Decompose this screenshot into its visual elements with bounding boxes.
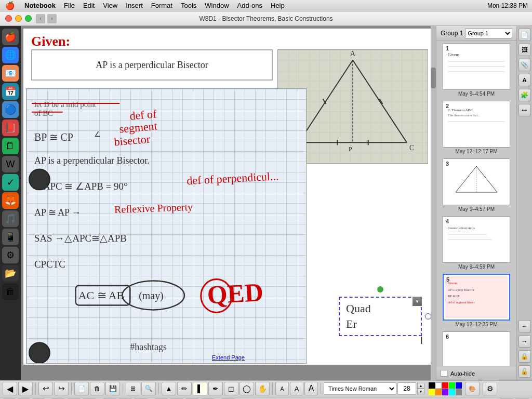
nav-next-btn[interactable]: ▶ [18, 382, 33, 395]
dock-icon-7[interactable]: 🗒 [2, 138, 19, 154]
color-cyan[interactable] [449, 389, 455, 395]
page-thumb-4[interactable]: 4 Construction steps May 9–4:59 PM [439, 216, 514, 270]
color-white[interactable] [435, 382, 442, 389]
nav-forward[interactable]: › [47, 14, 57, 23]
hand-btn[interactable]: ✋ [255, 382, 270, 395]
rtool-lock[interactable]: 🔒 [518, 350, 531, 363]
page-thumb-6[interactable]: 6 [439, 331, 514, 366]
dock-icon-8[interactable]: W [2, 156, 19, 172]
undo-btn[interactable]: ↩ [38, 382, 53, 395]
menu-addons[interactable]: Add-ons [233, 1, 267, 10]
eraser-btn[interactable]: ◻ [224, 382, 238, 395]
rtool-puzzle[interactable]: 🧩 [518, 89, 531, 101]
dock-icon-5[interactable]: 🔵 [2, 101, 19, 118]
menu-tools[interactable]: Tools [177, 1, 201, 10]
dock-icon-11[interactable]: 🎵 [2, 210, 19, 227]
apple-menu[interactable]: 🍎 [0, 1, 20, 10]
menu-insert[interactable]: Insert [122, 1, 147, 10]
dock-icon-4[interactable]: 📅 [2, 83, 19, 100]
minimize-button[interactable] [15, 15, 22, 22]
rtool-page[interactable]: 📄 [518, 29, 531, 41]
dock-icon-1[interactable]: 🍎 [2, 29, 19, 45]
color-more-btn[interactable]: 🎨 [465, 382, 480, 395]
color-orange[interactable] [435, 389, 442, 395]
page-thumb-img-1[interactable]: 1 Given: [443, 43, 510, 90]
color-yellow[interactable] [429, 389, 435, 395]
menu-edit[interactable]: Edit [79, 1, 99, 10]
text-box[interactable]: ▼ Quad Er [339, 297, 422, 336]
rtool-text[interactable]: A [518, 74, 531, 86]
text-box-top-handle[interactable] [377, 286, 383, 292]
color-gray[interactable] [456, 389, 462, 395]
canvas-scrollbar[interactable] [431, 26, 436, 380]
menu-help[interactable]: Help [267, 1, 289, 10]
rtool-unlock[interactable]: 🔓 [518, 365, 531, 378]
close-button[interactable] [5, 15, 12, 22]
marker-btn[interactable]: ✒ [208, 382, 223, 395]
color-black[interactable] [429, 382, 435, 389]
dock-icon-3[interactable]: 📧 [2, 65, 19, 82]
grid-view-btn[interactable]: ⊞ [126, 382, 140, 395]
save-btn[interactable]: 💾 [105, 382, 120, 395]
color-red[interactable] [442, 382, 448, 389]
color-purple[interactable] [442, 389, 448, 395]
font-size-input[interactable] [397, 382, 416, 395]
font-small-btn[interactable]: A [275, 382, 289, 395]
page-thumb-3[interactable]: 3 May 9–4:57 PM [439, 158, 514, 212]
dock-icon-15[interactable]: 🗑 [2, 283, 19, 300]
rtool-image[interactable]: 🖼 [518, 44, 531, 56]
font-med-btn[interactable]: A [290, 382, 303, 395]
menu-view[interactable]: View [99, 1, 122, 10]
page-thumb-img-6[interactable]: 6 [443, 331, 510, 366]
menu-file[interactable]: File [60, 1, 79, 10]
menu-format[interactable]: Format [147, 1, 177, 10]
color-palette[interactable] [429, 382, 462, 395]
extend-page-link[interactable]: Extend Page [212, 354, 245, 361]
dock-icon-6[interactable]: 📕 [2, 119, 19, 136]
page-thumb-img-4[interactable]: 4 Construction steps [443, 216, 510, 263]
page-number-4: 4 [446, 218, 449, 224]
font-size-up[interactable]: ▲ [417, 383, 424, 389]
dock-icon-12[interactable]: 📱 [2, 229, 19, 245]
dock-icon-9[interactable]: ✓ [2, 174, 19, 191]
canvas-area[interactable]: Given: AP is a perperdicular Bisector [21, 26, 436, 380]
menu-notebook[interactable]: Notebook [20, 1, 60, 10]
dock-icon-2[interactable]: 🌐 [2, 47, 19, 63]
rtool-back[interactable]: ← [518, 320, 531, 332]
nav-back[interactable]: ‹ [36, 14, 45, 23]
page-thumb-img-3[interactable]: 3 [443, 158, 510, 205]
font-large-btn[interactable]: A [304, 382, 318, 395]
auto-hide-checkbox[interactable] [441, 370, 447, 377]
dock-icon-14[interactable]: 📂 [2, 265, 19, 282]
shape-btn[interactable]: ◯ [240, 382, 254, 395]
maximize-button[interactable] [25, 15, 32, 22]
color-green[interactable] [449, 382, 455, 389]
delete-page-btn[interactable]: 🗑 [90, 382, 104, 395]
font-size-down[interactable]: ▼ [417, 389, 424, 394]
page-thumb-2[interactable]: 2 2. Theorem ABC This theorem states tha… [439, 101, 514, 154]
group-select[interactable]: Group 1 [465, 28, 512, 38]
nav-prev-btn[interactable]: ◀ [3, 382, 17, 395]
page-thumb-img-5[interactable]: 5 Given: AP is a perp Bisector BP ≅ CP d… [443, 274, 510, 321]
font-family-select[interactable]: Times New Roman Arial Helvetica [324, 382, 396, 395]
text-box-dropdown[interactable]: ▼ [413, 297, 422, 306]
settings-btn[interactable]: ⚙ [483, 382, 497, 395]
redo-btn[interactable]: ↪ [54, 382, 69, 395]
color-blue[interactable] [456, 382, 462, 389]
dock-icon-13[interactable]: ⚙ [2, 247, 19, 263]
rtool-forward[interactable]: → [518, 335, 531, 348]
page-thumb-img-2[interactable]: 2 2. Theorem ABC This theorem states tha… [443, 101, 510, 148]
page-thumb-5[interactable]: 5 Given: AP is a perp Bisector BP ≅ CP d… [439, 274, 514, 327]
svg-text:AP ≅ AP →: AP ≅ AP → [34, 207, 81, 218]
page-thumb-1[interactable]: 1 Given: May 9–4:54 PM [439, 43, 514, 97]
menu-window[interactable]: Window [201, 1, 233, 10]
new-page-btn[interactable]: 📄 [74, 382, 89, 395]
rtool-swap[interactable]: ↔ [518, 104, 531, 116]
zoom-btn[interactable]: 🔍 [141, 382, 156, 395]
highlighter-btn[interactable]: ▌ [193, 382, 207, 395]
dock-icon-10[interactable]: 🦊 [2, 192, 19, 209]
rtool-attach[interactable]: 📎 [518, 59, 531, 71]
pen-tool-btn[interactable]: ✏ [177, 382, 192, 395]
sep-1 [35, 383, 36, 394]
select-tool-btn[interactable]: ▲ [162, 382, 176, 395]
